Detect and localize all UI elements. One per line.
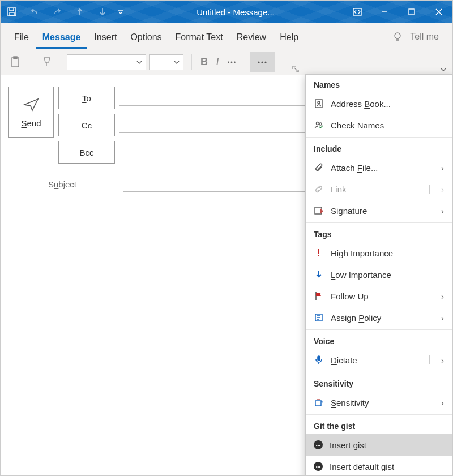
chevron-down-icon xyxy=(136,60,142,65)
ribbon-controls: B I xyxy=(1,49,452,75)
menu-address-book[interactable]: Address Book... xyxy=(306,93,452,114)
section-voice: Voice xyxy=(306,331,452,349)
collapse-ribbon-icon[interactable] xyxy=(440,67,447,72)
title-bar: Untitled - Message... xyxy=(1,1,452,23)
svg-point-15 xyxy=(317,122,319,125)
bcc-button[interactable]: Bcc xyxy=(58,141,115,164)
tab-insert[interactable]: Insert xyxy=(87,27,123,49)
section-sensitivity: Sensitivity xyxy=(306,374,452,392)
menu-label: Insert default gist xyxy=(330,462,444,471)
assign-policy-icon xyxy=(314,312,324,323)
tab-format-text[interactable]: Format Text xyxy=(169,27,230,49)
window-controls xyxy=(344,1,452,23)
next-item-icon[interactable] xyxy=(91,1,114,23)
quick-access-toolbar xyxy=(1,1,127,23)
menu-high-importance[interactable]: High Importance xyxy=(306,242,452,264)
tab-help[interactable]: Help xyxy=(273,27,305,49)
menu-follow-up[interactable]: Follow Up › xyxy=(306,285,452,307)
chevron-right-icon: › xyxy=(441,313,444,323)
close-icon[interactable] xyxy=(425,1,452,23)
menu-label: Insert gist xyxy=(330,440,444,450)
attach-file-icon xyxy=(314,162,324,173)
undo-icon[interactable] xyxy=(23,1,46,23)
save-icon[interactable] xyxy=(1,1,23,23)
follow-up-icon xyxy=(314,291,324,301)
reading-mode-icon[interactable] xyxy=(344,1,371,23)
menu-attach-file[interactable]: Attach File... › xyxy=(306,157,452,178)
menu-label: High Importance xyxy=(331,248,444,258)
menu-label: Attach File... xyxy=(331,163,434,173)
link-icon xyxy=(314,184,324,194)
svg-point-11 xyxy=(261,61,263,63)
menu-label: Dictate xyxy=(331,355,417,365)
italic-button[interactable]: I xyxy=(212,53,223,71)
lightbulb-icon xyxy=(392,31,403,42)
menu-label: Address Book... xyxy=(331,99,444,109)
section-tags: Tags xyxy=(306,224,452,242)
menu-insert-gist[interactable]: ••• Insert gist xyxy=(306,434,452,456)
dictate-icon xyxy=(314,355,324,365)
tab-file[interactable]: File xyxy=(7,27,36,49)
check-names-icon xyxy=(314,120,324,130)
menu-label: Link xyxy=(331,185,417,194)
to-button[interactable]: To xyxy=(58,87,115,109)
menu-label: Low Importance xyxy=(331,270,444,280)
send-label: Send xyxy=(21,118,41,128)
low-importance-icon xyxy=(314,269,324,280)
section-include: Include xyxy=(306,139,452,157)
format-painter-icon[interactable] xyxy=(37,53,57,71)
window-title: Untitled - Message... xyxy=(127,7,344,17)
overflow-menu-button[interactable] xyxy=(250,52,275,72)
more-formatting-icon[interactable] xyxy=(223,53,240,71)
font-size-combo[interactable] xyxy=(149,54,183,70)
svg-rect-0 xyxy=(8,8,16,16)
menu-signature[interactable]: Signature › xyxy=(306,200,452,221)
svg-rect-1 xyxy=(10,12,14,16)
chevron-down-icon xyxy=(174,60,180,65)
send-icon xyxy=(23,97,39,113)
menu-insert-default-gist[interactable]: ••• Insert default gist xyxy=(306,456,452,476)
previous-item-icon[interactable] xyxy=(69,1,91,23)
chevron-right-icon: › xyxy=(441,355,444,365)
redo-icon[interactable] xyxy=(46,1,69,23)
svg-point-7 xyxy=(228,61,229,63)
menu-sensitivity[interactable]: Sensitivity › xyxy=(306,392,452,413)
minimize-icon[interactable] xyxy=(371,1,398,23)
chevron-right-icon: › xyxy=(441,163,444,173)
menu-check-names[interactable]: Check Names xyxy=(306,114,452,136)
chevron-right-icon: › xyxy=(441,185,444,194)
subject-label: Subject xyxy=(8,179,116,189)
menu-dictate[interactable]: Dictate › xyxy=(306,349,452,371)
chevron-right-icon: › xyxy=(441,291,444,301)
customize-quick-access-icon[interactable] xyxy=(114,1,127,23)
svg-point-9 xyxy=(234,61,236,63)
chevron-right-icon: › xyxy=(441,398,444,408)
tab-message[interactable]: Message xyxy=(36,27,88,49)
sensitivity-icon xyxy=(314,397,324,408)
cc-button[interactable]: Cc xyxy=(58,114,115,136)
svg-point-16 xyxy=(319,123,322,125)
signature-icon xyxy=(314,205,324,216)
menu-low-importance[interactable]: Low Importance xyxy=(306,264,452,285)
paste-dropdown-icon[interactable] xyxy=(25,53,33,71)
paste-icon[interactable] xyxy=(6,53,25,71)
tab-options[interactable]: Options xyxy=(123,27,168,49)
svg-rect-19 xyxy=(318,255,319,256)
section-names: Names xyxy=(306,75,452,93)
bold-button[interactable]: B xyxy=(196,53,212,71)
chevron-right-icon: › xyxy=(441,206,444,216)
menu-label: Check Names xyxy=(331,121,444,130)
svg-rect-6 xyxy=(14,57,17,59)
recipient-buttons: To Cc Bcc xyxy=(58,87,115,168)
maximize-icon[interactable] xyxy=(398,1,425,23)
menu-label: Sensitivity xyxy=(331,398,434,408)
send-button[interactable]: Send xyxy=(8,87,54,138)
tab-review[interactable]: Review xyxy=(230,27,273,49)
tell-me-search[interactable]: Tell me xyxy=(408,28,441,45)
svg-point-14 xyxy=(318,101,320,104)
dialog-launcher-icon[interactable] xyxy=(292,66,299,72)
menu-assign-policy[interactable]: Assign Policy › xyxy=(306,307,452,328)
gist-icon: ••• xyxy=(314,462,323,471)
font-name-combo[interactable] xyxy=(67,54,146,70)
section-gist: Git the gist xyxy=(306,416,452,434)
